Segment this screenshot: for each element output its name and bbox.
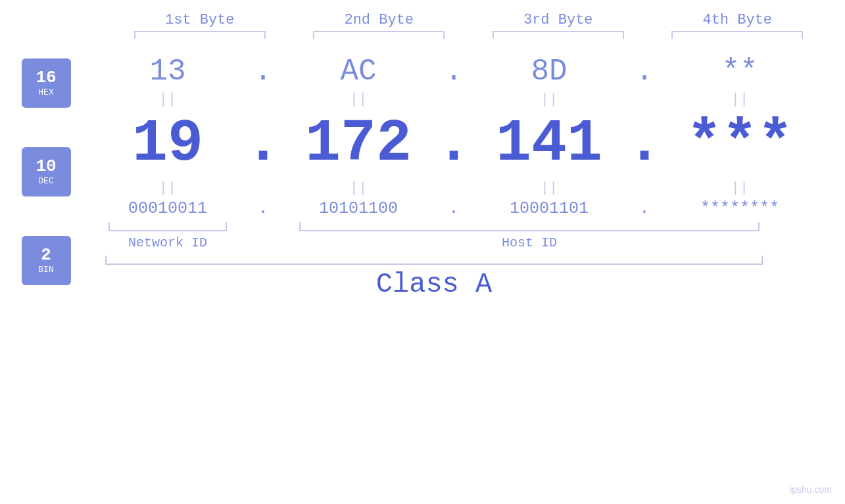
hex-number: 16: [36, 69, 56, 86]
main-container: 1st Byte 2nd Byte 3rd Byte 4th Byte 16 H…: [0, 0, 845, 504]
bin-badge: 2 BIN: [22, 236, 71, 285]
bin-b2: 10101100: [283, 199, 434, 218]
hex-dot3: .: [625, 55, 664, 89]
eq1-b2: ||: [283, 89, 434, 110]
hex-b2: AC: [283, 55, 434, 89]
byte2-label: 2nd Byte: [300, 12, 458, 28]
dec-name: DEC: [38, 176, 53, 186]
byte3-label: 3rd Byte: [479, 12, 637, 28]
hex-b1: 13: [92, 55, 243, 89]
byte-headers: 1st Byte 2nd Byte 3rd Byte 4th Byte: [110, 12, 827, 28]
eq2-b4: ||: [664, 177, 815, 199]
hex-b3: 8D: [473, 55, 625, 89]
host-id-section: Host ID: [283, 222, 776, 250]
eq1-b4: ||: [664, 89, 815, 110]
class-bracket: [105, 256, 763, 265]
base-labels: 16 HEX 10 DEC 2 BIN: [0, 45, 92, 285]
bracket-byte3: [493, 31, 624, 39]
network-id-bracket: [109, 222, 227, 231]
equals-row-2: || || || ||: [92, 177, 845, 199]
bracket-byte2: [313, 31, 445, 39]
network-id-section: Network ID: [92, 222, 243, 250]
dec-badge: 10 DEC: [22, 147, 71, 196]
bin-number: 2: [41, 246, 51, 263]
host-id-label: Host ID: [299, 235, 760, 250]
bin-name: BIN: [38, 265, 53, 275]
hex-name: HEX: [38, 87, 53, 97]
bracket-byte4: [671, 31, 803, 39]
bin-row: 00010011 . 10101100 . 10001101 . *******…: [92, 199, 845, 218]
bracket-byte1: [134, 31, 266, 39]
hex-badge: 16 HEX: [22, 58, 71, 108]
dec-b3: 141: [473, 110, 625, 177]
equals-row-1: || || || ||: [92, 89, 845, 110]
bin-b1: 00010011: [92, 199, 243, 218]
dec-dot2: .: [434, 110, 473, 177]
bin-b3: 10001101: [473, 199, 625, 218]
dec-dot1: .: [243, 110, 283, 177]
dec-b4: ***: [664, 110, 815, 177]
class-label: Class A: [105, 269, 763, 300]
bin-b4: ********: [664, 199, 815, 218]
dec-b2: 172: [283, 110, 434, 177]
dec-b1: 19: [92, 110, 243, 177]
eq2-b1: ||: [92, 177, 243, 199]
byte1-label: 1st Byte: [121, 12, 279, 28]
eq2-b2: ||: [283, 177, 434, 199]
bottom-brackets-row: Network ID Host ID: [92, 222, 845, 250]
content-area: 16 HEX 10 DEC 2 BIN 13 . AC . 8D .: [0, 45, 845, 504]
dec-number: 10: [36, 158, 56, 175]
dec-dot3: .: [625, 110, 664, 177]
hex-dot1: .: [243, 55, 283, 89]
eq2-b3: ||: [473, 177, 625, 199]
hex-dot2: .: [434, 55, 473, 89]
byte4-label: 4th Byte: [658, 12, 816, 28]
class-section: Class A: [92, 256, 776, 300]
bin-dot1: .: [243, 199, 283, 218]
eq1-b3: ||: [473, 89, 625, 110]
eq1-b1: ||: [92, 89, 243, 110]
network-id-label: Network ID: [128, 235, 207, 250]
hex-b4: **: [664, 55, 815, 89]
hex-row: 13 . AC . 8D . **: [92, 55, 845, 89]
top-brackets: [110, 31, 827, 39]
watermark: ipshu.com: [790, 484, 832, 495]
bin-dot3: .: [625, 199, 664, 218]
values-area: 13 . AC . 8D . ** || || || || 19: [92, 45, 845, 300]
dec-row: 19 . 172 . 141 . ***: [92, 110, 845, 177]
bin-dot2: .: [434, 199, 473, 218]
host-id-bracket: [299, 222, 760, 231]
